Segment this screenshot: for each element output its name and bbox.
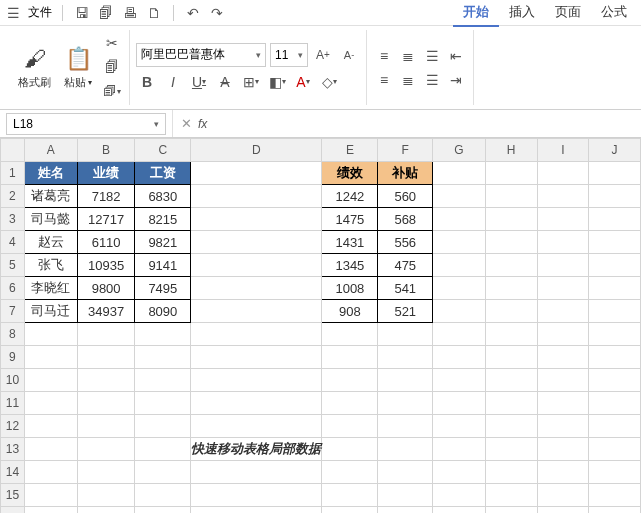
cell-F9[interactable] <box>378 346 433 369</box>
cell-D5[interactable] <box>191 254 322 277</box>
cell-D15[interactable] <box>191 484 322 507</box>
cell-E16[interactable] <box>322 507 378 514</box>
col-header-C[interactable]: C <box>135 139 191 162</box>
row-header-3[interactable]: 3 <box>1 208 25 231</box>
cell-I3[interactable] <box>537 208 588 231</box>
save-icon[interactable]: 🖫 <box>73 4 91 22</box>
cell-A12[interactable] <box>24 415 77 438</box>
cell-H8[interactable] <box>485 323 537 346</box>
cell-F12[interactable] <box>378 415 433 438</box>
cell-C9[interactable] <box>135 346 191 369</box>
cell-E5[interactable]: 1345 <box>322 254 378 277</box>
cell-I12[interactable] <box>537 415 588 438</box>
row-header-8[interactable]: 8 <box>1 323 25 346</box>
cell-I7[interactable] <box>537 300 588 323</box>
cell-I5[interactable] <box>537 254 588 277</box>
align-top-icon[interactable]: ≡ <box>373 45 395 67</box>
decrease-font-icon[interactable]: A- <box>338 44 360 66</box>
indent-inc-icon[interactable]: ⇥ <box>445 69 467 91</box>
cell-B8[interactable] <box>77 323 134 346</box>
cell-D14[interactable] <box>191 461 322 484</box>
cell-D11[interactable] <box>191 392 322 415</box>
row-header-6[interactable]: 6 <box>1 277 25 300</box>
strike-icon[interactable]: A <box>214 71 236 93</box>
cell-H4[interactable] <box>485 231 537 254</box>
increase-font-icon[interactable]: A+ <box>312 44 334 66</box>
row-header-14[interactable]: 14 <box>1 461 25 484</box>
cell-F8[interactable] <box>378 323 433 346</box>
cell-H9[interactable] <box>485 346 537 369</box>
formula-input[interactable] <box>207 110 641 137</box>
tab-insert[interactable]: 插入 <box>499 0 545 27</box>
cell-H12[interactable] <box>485 415 537 438</box>
select-all-corner[interactable] <box>1 139 25 162</box>
col-header-A[interactable]: A <box>24 139 77 162</box>
col-header-I[interactable]: I <box>537 139 588 162</box>
row-header-15[interactable]: 15 <box>1 484 25 507</box>
cell-D9[interactable] <box>191 346 322 369</box>
align-right-icon[interactable]: ☰ <box>421 69 443 91</box>
align-left-icon[interactable]: ≡ <box>373 69 395 91</box>
cell-A7[interactable]: 司马迁 <box>24 300 77 323</box>
cell-J1[interactable] <box>589 162 641 185</box>
row-header-5[interactable]: 5 <box>1 254 25 277</box>
cell-E4[interactable]: 1431 <box>322 231 378 254</box>
col-header-F[interactable]: F <box>378 139 433 162</box>
cell-J2[interactable] <box>589 185 641 208</box>
cell-H10[interactable] <box>485 369 537 392</box>
row-header-9[interactable]: 9 <box>1 346 25 369</box>
cell-I2[interactable] <box>537 185 588 208</box>
cell-D16[interactable] <box>191 507 322 514</box>
cell-B6[interactable]: 9800 <box>77 277 134 300</box>
cell-F13[interactable] <box>378 438 433 461</box>
paste-options-icon[interactable]: 🗊▾ <box>101 80 123 102</box>
cell-H16[interactable] <box>485 507 537 514</box>
cell-E7[interactable]: 908 <box>322 300 378 323</box>
cell-J11[interactable] <box>589 392 641 415</box>
cell-G10[interactable] <box>433 369 485 392</box>
cell-E14[interactable] <box>322 461 378 484</box>
clear-format-icon[interactable]: ◇▾ <box>318 71 340 93</box>
cell-G2[interactable] <box>433 185 485 208</box>
cell-J15[interactable] <box>589 484 641 507</box>
copy-icon[interactable]: 🗐 <box>101 56 123 78</box>
cell-A10[interactable] <box>24 369 77 392</box>
cell-E12[interactable] <box>322 415 378 438</box>
paste-button[interactable]: 📋 粘贴▾ <box>59 43 97 92</box>
fx-label[interactable]: fx <box>198 117 207 131</box>
fill-color-icon[interactable]: ◧▾ <box>266 71 288 93</box>
align-mid-icon[interactable]: ≣ <box>397 45 419 67</box>
cell-A8[interactable] <box>24 323 77 346</box>
col-header-G[interactable]: G <box>433 139 485 162</box>
cell-A13[interactable] <box>24 438 77 461</box>
cell-G5[interactable] <box>433 254 485 277</box>
cell-E15[interactable] <box>322 484 378 507</box>
row-header-11[interactable]: 11 <box>1 392 25 415</box>
cell-A4[interactable]: 赵云 <box>24 231 77 254</box>
cell-E13[interactable] <box>322 438 378 461</box>
cell-C10[interactable] <box>135 369 191 392</box>
cell-E3[interactable]: 1475 <box>322 208 378 231</box>
cell-A15[interactable] <box>24 484 77 507</box>
cell-J14[interactable] <box>589 461 641 484</box>
cell-B10[interactable] <box>77 369 134 392</box>
col-header-E[interactable]: E <box>322 139 378 162</box>
save-as-icon[interactable]: 🗐 <box>97 4 115 22</box>
cell-I11[interactable] <box>537 392 588 415</box>
cell-F14[interactable] <box>378 461 433 484</box>
menu-icon[interactable]: ☰ <box>4 4 22 22</box>
cell-A1[interactable]: 姓名 <box>24 162 77 185</box>
cell-I1[interactable] <box>537 162 588 185</box>
cell-B7[interactable]: 34937 <box>77 300 134 323</box>
cell-I10[interactable] <box>537 369 588 392</box>
cell-E9[interactable] <box>322 346 378 369</box>
cell-G15[interactable] <box>433 484 485 507</box>
row-header-13[interactable]: 13 <box>1 438 25 461</box>
cell-H14[interactable] <box>485 461 537 484</box>
cell-E10[interactable] <box>322 369 378 392</box>
spreadsheet-grid[interactable]: ABCDEFGHIJ1姓名业绩工资绩效补贴2诸葛亮718268301242560… <box>0 138 641 513</box>
cell-I15[interactable] <box>537 484 588 507</box>
row-header-16[interactable]: 16 <box>1 507 25 514</box>
tab-page[interactable]: 页面 <box>545 0 591 27</box>
col-header-H[interactable]: H <box>485 139 537 162</box>
